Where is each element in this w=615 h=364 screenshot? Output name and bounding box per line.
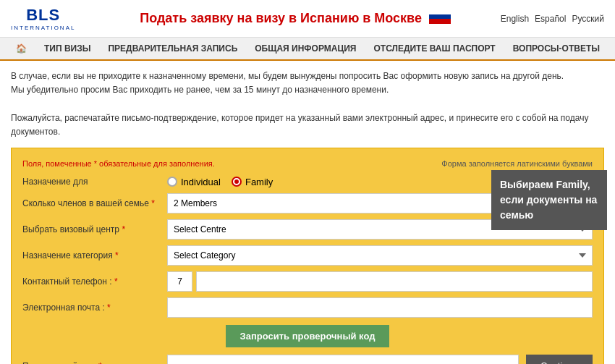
centre-label: Выбрать визовый центр *	[22, 224, 167, 234]
svg-rect-2	[429, 19, 451, 24]
tooltip-box: Выбираем Family, если документы на семью	[491, 170, 607, 230]
category-row: Назначение категория * Select Category	[22, 245, 593, 266]
email-label: Электронная почта : *	[22, 302, 167, 313]
latin-note: Форма заполняется латинскими буквами	[441, 159, 593, 168]
family-radio-circle	[232, 177, 242, 187]
continue-button[interactable]: Continue	[526, 355, 593, 364]
nav-pre-record-label: ПРЕДВАРИТЕЛЬНАЯ ЗАПИСЬ	[108, 43, 237, 54]
russia-flag-icon	[429, 9, 451, 27]
centre-required-star: *	[122, 224, 125, 234]
nav-home[interactable]: 🏠	[7, 38, 35, 59]
logo-intl: INTERNATIONAL	[11, 25, 75, 31]
info-line1: В случае, если вы не приходите к назначе…	[11, 69, 604, 83]
email-row: Электронная почта : *	[22, 297, 593, 318]
verify-required-star: *	[98, 361, 102, 364]
header-title: Подать заявку на визу в Испанию в Москве	[90, 9, 500, 27]
members-label: Сколько членов в вашей семье *	[22, 198, 167, 208]
nav-general-info-label: ОБЩАЯ ИНФОРМАЦИЯ	[255, 43, 356, 54]
phone-input-group	[167, 271, 593, 292]
home-icon: 🏠	[16, 43, 27, 54]
info-line3: Пожалуйста, распечатайте письмо-подтверж…	[11, 111, 604, 139]
nav-contacts[interactable]: КОНТАКТНАЯ ИНФОРМАЦИЯ	[608, 38, 615, 59]
phone-required-star: *	[114, 276, 118, 287]
nav-track-passport-label: ОТСЛЕДИТЕ ВАШ ПАСПОРТ	[373, 43, 495, 54]
nav-pre-record[interactable]: ПРЕДВАРИТЕЛЬНАЯ ЗАПИСЬ	[99, 38, 246, 59]
logo-bls: BLS	[26, 6, 60, 25]
nav-general-info[interactable]: ОБЩАЯ ИНФОРМАЦИЯ	[246, 38, 365, 59]
members-required-star: *	[151, 198, 155, 208]
individual-label: Individual	[181, 177, 221, 187]
form-header: Поля, помеченные * обязательные для запо…	[22, 159, 593, 168]
header: BLS INTERNATIONAL Подать заявку на визу …	[0, 0, 615, 38]
otp-button[interactable]: Запросить проверочный код	[226, 325, 390, 347]
category-label: Назначение категория *	[22, 250, 167, 261]
info-text: В случае, если вы не приходите к назначе…	[11, 69, 604, 139]
individual-radio[interactable]: Individual	[167, 177, 221, 187]
nav-faq-label: ВОПРОСЫ-ОТВЕТЫ	[513, 43, 600, 54]
phone-control	[167, 271, 593, 292]
lang-espanol[interactable]: Español	[535, 14, 566, 24]
verify-code-input[interactable]	[167, 355, 519, 364]
purpose-label: Назначение для	[22, 177, 167, 187]
category-required-star: *	[115, 250, 119, 261]
nav-faq[interactable]: ВОПРОСЫ-ОТВЕТЫ	[504, 38, 608, 59]
svg-rect-0	[429, 9, 451, 14]
content-area: В случае, если вы не приходите к назначе…	[0, 61, 615, 364]
header-title-text: Подать заявку на визу в Испанию в Москве	[140, 11, 422, 26]
verify-control: Continue	[167, 355, 593, 364]
logo-area: BLS INTERNATIONAL	[11, 6, 75, 31]
nav-visa-type[interactable]: ТИП ВИЗЫ	[35, 38, 99, 59]
form-container: Поля, помеченные * обязательные для запо…	[11, 148, 604, 364]
email-required-star: *	[107, 302, 111, 313]
email-control	[167, 297, 593, 318]
svg-rect-1	[429, 14, 451, 19]
nav-track-passport[interactable]: ОТСЛЕДИТЕ ВАШ ПАСПОРТ	[365, 38, 504, 59]
verify-label: Проверочный код: *	[22, 361, 167, 364]
phone-label: Контактный телефон : *	[22, 276, 167, 287]
otp-row: Запросить проверочный код	[22, 325, 593, 347]
family-label: Family	[245, 177, 273, 187]
category-select[interactable]: Select Category	[167, 245, 593, 266]
email-input[interactable]	[167, 297, 593, 318]
verify-row: Проверочный код: * Continue	[22, 355, 593, 364]
required-note: Поля, помеченные * обязательные для запо…	[22, 159, 215, 168]
lang-russian[interactable]: Русский	[572, 14, 604, 24]
individual-radio-circle	[167, 177, 177, 187]
info-line2: Мы убедительно просим Вас приходить не р…	[11, 83, 604, 97]
family-radio[interactable]: Family	[232, 177, 273, 187]
phone-main-input[interactable]	[196, 271, 593, 292]
language-links: English Español Русский	[501, 14, 604, 24]
navbar: 🏠 ТИП ВИЗЫ ПРЕДВАРИТЕЛЬНАЯ ЗАПИСЬ ОБЩАЯ …	[0, 38, 615, 61]
category-control: Select Category	[167, 245, 593, 266]
lang-english[interactable]: English	[501, 14, 529, 24]
nav-visa-type-label: ТИП ВИЗЫ	[44, 43, 90, 54]
phone-row: Контактный телефон : *	[22, 271, 593, 292]
phone-prefix-input[interactable]	[167, 271, 192, 292]
